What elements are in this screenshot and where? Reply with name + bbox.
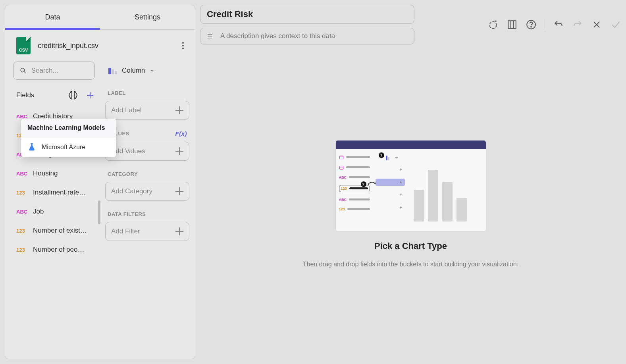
search-icon [20, 67, 27, 75]
brain-icon[interactable] [68, 90, 78, 100]
field-type-badge: ABC [16, 209, 28, 215]
canvas-area: ABC 1232 ABC 123 1 + + + + [200, 48, 621, 359]
field-row[interactable]: 123Number of peo… [13, 240, 95, 259]
file-row: CSV creditrisk_input.csv [5, 30, 195, 62]
svg-point-11 [489, 21, 496, 28]
search-input[interactable] [31, 67, 88, 75]
toolbar-separator [545, 19, 545, 30]
csv-file-icon: CSV [16, 37, 31, 54]
field-type-badge: 123 [16, 247, 28, 253]
add-field-icon[interactable] [85, 91, 95, 100]
section-label-label: LABEL [105, 84, 189, 101]
field-name-label: Number of peo… [33, 246, 84, 254]
field-row[interactable]: ABCJob [13, 202, 95, 221]
menu-lines-icon [206, 33, 214, 39]
svg-rect-21 [339, 156, 343, 159]
field-name-label: Housing [33, 169, 58, 177]
toolbar [487, 19, 621, 30]
grid-layout-icon[interactable] [507, 19, 518, 30]
label-dropzone[interactable]: Add Label [105, 101, 189, 120]
confirm-check-icon[interactable] [610, 19, 621, 30]
field-name-label: Job [33, 208, 44, 216]
file-name: creditrisk_input.csv [38, 42, 172, 50]
left-panel: Data Settings CSV creditrisk_input.csv F… [5, 5, 195, 359]
chart-type-label: Column [122, 67, 145, 75]
plus-icon[interactable] [175, 106, 183, 114]
field-row[interactable]: 123Number of exist… [13, 221, 95, 240]
canvas-subtitle: Then drag and drop fields into the bucke… [303, 261, 518, 268]
refresh-chart-icon[interactable] [487, 19, 499, 30]
field-row[interactable]: ABCHousing [13, 164, 95, 183]
tab-settings[interactable]: Settings [100, 5, 195, 29]
category-dropzone[interactable]: Add Category [105, 182, 189, 201]
tab-data[interactable]: Data [5, 5, 100, 29]
svg-rect-4 [108, 68, 111, 74]
chart-placeholder-illustration: ABC 1232 ABC 123 1 + + + + [335, 140, 486, 231]
column-chart-icon [108, 66, 118, 75]
field-name-label: Number of exist… [33, 227, 87, 235]
field-type-badge: 123 [16, 228, 28, 234]
section-label-category: CATEGORY [105, 165, 189, 182]
svg-rect-14 [508, 21, 516, 29]
chart-title-input[interactable] [200, 5, 414, 24]
canvas-title: Pick a Chart Type [374, 241, 447, 251]
values-dropzone[interactable]: Add Values [105, 142, 189, 161]
ml-models-popover-header: Machine Learning Models [21, 119, 116, 137]
config-column: Column LABEL Add Label VALUES F(x) Add V… [100, 62, 195, 359]
scrollbar[interactable] [98, 200, 100, 224]
field-type-badge: 123 [16, 190, 28, 196]
close-icon[interactable] [591, 19, 602, 30]
add-label-text: Add Label [111, 106, 142, 114]
right-panel: ABC 1232 ABC 123 1 + + + + [200, 5, 621, 359]
svg-rect-26 [388, 157, 389, 160]
field-name-label: Installment rate… [33, 189, 86, 196]
section-label-filters: DATA FILTERS [105, 205, 189, 222]
plus-icon[interactable] [175, 227, 183, 235]
svg-point-0 [21, 68, 25, 72]
filter-dropzone[interactable]: Add Filter [105, 222, 189, 241]
search-box[interactable] [13, 62, 95, 80]
left-tabs: Data Settings [5, 5, 195, 30]
fields-header-label: Fields [16, 91, 34, 99]
svg-rect-25 [386, 156, 387, 160]
ml-provider-azure[interactable]: Microsoft Azure [21, 137, 116, 157]
top-bar [200, 5, 621, 44]
undo-icon[interactable] [553, 19, 564, 30]
azure-flask-icon [27, 143, 36, 152]
svg-rect-7 [31, 143, 33, 144]
add-category-text: Add Category [111, 187, 152, 195]
ml-provider-label: Microsoft Azure [42, 144, 85, 151]
svg-rect-23 [339, 166, 343, 169]
plus-icon[interactable] [175, 187, 183, 195]
add-filter-text: Add Filter [111, 227, 140, 235]
ml-models-popover: Machine Learning Models Microsoft Azure [21, 119, 116, 157]
svg-line-1 [24, 71, 25, 73]
section-label-values: VALUES F(x) [105, 124, 189, 142]
more-options-icon[interactable] [179, 39, 187, 52]
field-row[interactable]: 123Installment rate… [13, 183, 95, 202]
svg-rect-5 [112, 69, 114, 74]
fields-column: Fields ABCCredit history123Duration in m… [5, 62, 100, 359]
description-input[interactable] [220, 32, 408, 40]
fields-header: Fields [13, 88, 95, 107]
svg-rect-6 [115, 71, 117, 74]
field-type-badge: ABC [16, 171, 28, 177]
chevron-down-icon [149, 68, 155, 73]
help-icon[interactable] [526, 19, 537, 30]
plus-icon[interactable] [175, 147, 183, 155]
description-row[interactable] [200, 28, 414, 44]
chart-type-selector[interactable]: Column [105, 62, 189, 80]
svg-point-18 [531, 27, 532, 27]
redo-icon[interactable] [572, 19, 583, 30]
fx-button[interactable]: F(x) [175, 130, 187, 137]
